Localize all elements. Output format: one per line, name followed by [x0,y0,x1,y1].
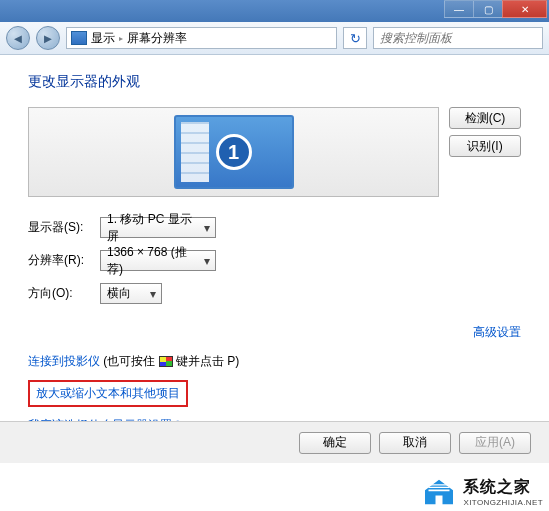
identify-button[interactable]: 识别(I) [449,135,521,157]
highlighted-link-box: 放大或缩小文本和其他项目 [28,380,188,407]
breadcrumb-root[interactable]: 显示 [91,30,115,47]
footer: 确定 取消 应用(A) [0,421,549,463]
navbar: ◄ ► 显示 ▸ 屏幕分辨率 ↻ [0,22,549,55]
cancel-button[interactable]: 取消 [379,432,451,454]
close-button[interactable]: ✕ [502,0,547,18]
monitor-number-badge: 1 [216,134,252,170]
watermark-url: XITONGZHIJIA.NET [463,498,543,507]
windows-key-icon [159,356,173,367]
orientation-label: 方向(O): [28,285,100,302]
maximize-button[interactable]: ▢ [473,0,503,18]
display-select[interactable]: 1. 移动 PC 显示屏 [100,217,216,238]
ok-button[interactable]: 确定 [299,432,371,454]
monitor-thumbnail[interactable]: 1 [174,115,294,189]
resolution-label: 分辨率(R): [28,252,100,269]
minimize-button[interactable]: — [444,0,474,18]
breadcrumb-separator: ▸ [119,34,123,43]
detect-button[interactable]: 检测(C) [449,107,521,129]
monitor-preview[interactable]: 1 [28,107,439,197]
display-label: 显示器(S): [28,219,100,236]
watermark: 系统之家 XITONGZHIJIA.NET [421,477,543,507]
zoom-text-link[interactable]: 放大或缩小文本和其他项目 [36,386,180,400]
watermark-title: 系统之家 [463,477,543,498]
nav-back-button[interactable]: ◄ [6,26,30,50]
resolution-select[interactable]: 1366 × 768 (推荐) [100,250,216,271]
titlebar: — ▢ ✕ [0,0,549,22]
breadcrumb[interactable]: 显示 ▸ 屏幕分辨率 [66,27,337,49]
display-icon [71,31,87,45]
advanced-settings-link[interactable]: 高级设置 [473,325,521,339]
nav-forward-button[interactable]: ► [36,26,60,50]
breadcrumb-current[interactable]: 屏幕分辨率 [127,30,187,47]
orientation-select[interactable]: 横向 [100,283,162,304]
page-title: 更改显示器的外观 [28,73,521,91]
apply-button[interactable]: 应用(A) [459,432,531,454]
refresh-button[interactable]: ↻ [343,27,367,49]
projector-link[interactable]: 连接到投影仪 [28,354,100,368]
projector-hint-after: 键并点击 P) [176,354,239,368]
projector-hint-before: (也可按住 [103,354,158,368]
search-input[interactable] [373,27,543,49]
watermark-logo-icon [421,478,457,506]
